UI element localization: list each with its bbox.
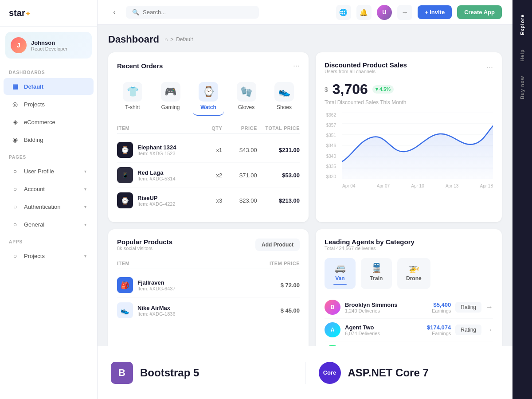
arrow-right-icon[interactable]: → — [486, 326, 493, 334]
chevron-down-icon: ▾ — [84, 169, 86, 174]
col-item: ITEM — [117, 261, 236, 266]
orders-table: ITEM QTY PRICE TOTAL PRICE ⌚ Elephant 13… — [117, 123, 300, 213]
item-id: Item: #XDG-1523 — [137, 151, 176, 156]
agents-card-header: Leading Agents by Category Total 424,567… — [325, 238, 493, 251]
sidebar-item-general[interactable]: ○ General ▾ — [4, 216, 94, 233]
table-row: ⌚ Elephant 1324 Item: #XDG-1523 x1 $43.0… — [117, 137, 300, 163]
y-label: $362 — [326, 113, 336, 117]
rating-button[interactable]: Rating — [455, 325, 481, 335]
search-input[interactable] — [143, 9, 253, 16]
account-icon: ○ — [11, 184, 20, 193]
item-details: Elephant 1324 Item: #XDG-1523 — [137, 144, 176, 156]
sidebar-item-ecommerce[interactable]: ◈ eCommerce — [4, 113, 94, 130]
category-tab-gloves[interactable]: 🧤 Gloves — [231, 78, 262, 116]
bootstrap-icon: B — [111, 362, 133, 384]
sidebar-item-label: Authentication — [24, 203, 60, 210]
agent-tab-van[interactable]: 🚐 Van — [325, 258, 356, 289]
user-card[interactable]: J Johnson React Developer — [5, 32, 92, 59]
item-id: Item: #XDG-6437 — [137, 286, 176, 291]
category-tab-gaming[interactable]: 🎮 Gaming — [155, 78, 186, 116]
buy-now-panel-item[interactable]: Buy now — [517, 70, 528, 105]
user-info: Johnson React Developer — [31, 39, 67, 51]
topbar-right: 🌐 🔔 U → + Invite Create App — [336, 5, 502, 20]
item-total: $213.00 — [261, 197, 300, 204]
sidebar-item-projects[interactable]: ◎ Projects — [4, 96, 94, 113]
agent-avatar: A — [325, 322, 340, 337]
help-panel-item[interactable]: Help — [517, 44, 528, 67]
tab-underline — [370, 284, 383, 285]
x-label: Apr 07 — [377, 184, 390, 188]
sidebar-item-account[interactable]: ○ Account ▾ — [4, 180, 94, 197]
table-row: 🎒 Fjallraven Item: #XDG-6437 $ 72.00 — [117, 273, 300, 298]
sidebar-item-label: Default — [24, 83, 43, 90]
pages-section-title: PAGES — [0, 149, 97, 162]
search-bar[interactable]: 🔍 — [126, 6, 259, 19]
agents-subtitle: Total 424,567 deliveries — [325, 246, 415, 251]
sales-badge: ▾ 4.5% — [372, 85, 394, 94]
item-details: Red Laga Item: #XDG-5314 — [137, 169, 176, 181]
create-app-button[interactable]: Create App — [457, 5, 502, 19]
home-icon[interactable]: ⌂ — [164, 36, 168, 43]
bootstrap-title: Bootstrap 5 — [140, 367, 199, 379]
invite-button[interactable]: + Invite — [418, 5, 452, 19]
shoes-icon: 👟 — [274, 82, 294, 102]
sales-menu-button[interactable]: ··· — [486, 63, 493, 72]
add-product-button[interactable]: Add Product — [255, 239, 300, 251]
agent-earnings-container: $5,400 Earnings — [432, 301, 451, 313]
arrow-right-icon[interactable]: → — [486, 303, 493, 311]
item-name: Nike AirMax — [137, 305, 176, 311]
globe-icon[interactable]: 🌐 — [336, 5, 351, 20]
sidebar-item-apps-projects[interactable]: ○ Projects ▾ — [4, 247, 94, 264]
explore-panel-item[interactable]: Explore — [517, 9, 528, 40]
agent-deliveries: 6,074 Deliveries — [345, 331, 422, 336]
sidebar-item-label: Bidding — [24, 137, 43, 143]
category-tabs: 👕 T-shirt 🎮 Gaming ⌚ Watch 🧤 Gloves — [117, 78, 300, 116]
agent-row: B Brooklyn Simmons 1,240 Deliveries $5,4… — [325, 296, 493, 319]
agent-tab-label: Train — [370, 275, 383, 282]
col-total: TOTAL PRICE — [261, 125, 300, 131]
main-content: ‹ 🔍 🌐 🔔 U → + Invite Create App Dashboar… — [98, 0, 512, 399]
sidebar-item-user-profile[interactable]: ○ User Profile ▾ — [4, 163, 94, 180]
sidebar-item-label: eCommerce — [24, 119, 55, 125]
agent-name: Agent Two — [345, 324, 422, 331]
table-row: 👟 Nike AirMax Item: #XDG-1836 $ 45.00 — [117, 298, 300, 323]
orders-menu-button[interactable]: ··· — [293, 61, 300, 70]
sidebar-item-default[interactable]: ▦ Default — [4, 78, 94, 95]
item-thumbnail: ⌚ — [117, 142, 133, 158]
top-row: Recent Orders ··· 👕 T-shirt 🎮 Gaming ⌚ — [108, 52, 502, 222]
auth-icon: ○ — [11, 202, 20, 211]
popular-products-title: Popular Products — [117, 238, 172, 246]
agent-earnings: $174,074 — [427, 324, 451, 331]
rating-button[interactable]: Rating — [455, 302, 481, 313]
x-label: Apr 18 — [480, 184, 493, 188]
agent-name-container: Brooklyn Simmons 1,240 Deliveries — [345, 301, 427, 313]
y-label: $335 — [326, 164, 336, 169]
topbar-avatar[interactable]: U — [377, 5, 392, 20]
sidebar-item-authentication[interactable]: ○ Authentication ▾ — [4, 198, 94, 215]
notification-icon[interactable]: 🔔 — [356, 5, 372, 20]
aspnet-title: ASP.NET Core 7 — [348, 367, 429, 379]
category-tab-shoes[interactable]: 👟 Shoes — [269, 78, 300, 116]
agent-tab-train[interactable]: 🚆 Train — [361, 258, 392, 289]
chart-y-labels: $362 $357 $351 $346 $340 $335 $330 — [325, 113, 339, 179]
category-tab-tshirt[interactable]: 👕 T-shirt — [117, 78, 148, 116]
discounted-sales-card: Discounted Product Sales Users from all … — [316, 52, 502, 222]
gaming-icon: 🎮 — [161, 82, 180, 102]
agent-tab-drone[interactable]: 🚁 Drone — [397, 258, 430, 289]
recent-orders-card: Recent Orders ··· 👕 T-shirt 🎮 Gaming ⌚ — [108, 52, 309, 222]
collapse-button[interactable]: ‹ — [108, 6, 121, 19]
sidebar-item-bidding[interactable]: ◉ Bidding — [4, 131, 94, 148]
agent-avatar: B — [325, 300, 340, 315]
sidebar-item-label: Account — [24, 186, 45, 192]
promo-bootstrap: B Bootstrap 5 — [98, 362, 305, 384]
item-thumbnail: 👟 — [117, 302, 133, 318]
products-table: ITEM ITEM PRICE 🎒 Fjallraven Item: #XDG-… — [117, 258, 300, 323]
y-label: $346 — [326, 143, 336, 148]
apps-projects-icon: ○ — [11, 251, 20, 260]
arrow-right-icon[interactable]: → — [397, 5, 412, 20]
item-name: Fjallraven — [137, 279, 176, 286]
van-icon: 🚐 — [335, 262, 346, 273]
product-price: $ 72.00 — [240, 282, 300, 289]
category-tab-watch[interactable]: ⌚ Watch — [193, 78, 224, 116]
agent-tab-label: Van — [335, 275, 344, 282]
